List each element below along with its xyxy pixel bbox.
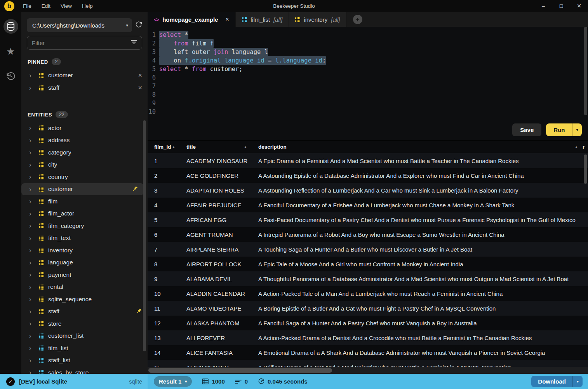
sidebar-item-language[interactable]: ›language (21, 257, 148, 269)
tab-inventory[interactable]: inventory[all] (289, 12, 346, 27)
menu-edit[interactable]: Edit (42, 3, 50, 9)
menu-file[interactable]: File (23, 3, 31, 9)
database-nav-icon[interactable] (3, 19, 18, 34)
expand-chevron-icon[interactable]: › (29, 284, 36, 290)
table-row[interactable]: 4AFFAIR PREJUDICEA Fanciful Documentary … (148, 198, 588, 212)
column-header-film-id[interactable]: film_id ▲ (148, 141, 180, 153)
pin-icon[interactable] (132, 186, 138, 193)
tab-film_list[interactable]: film_list[all] (236, 12, 289, 27)
history-nav-icon[interactable] (3, 69, 18, 83)
column-header-truncated[interactable]: r (583, 141, 588, 153)
table-row[interactable]: 13ALI FOREVERA Action-Packed Drama of a … (148, 330, 588, 345)
expand-chevron-icon[interactable]: › (29, 296, 36, 302)
sidebar-item-film[interactable]: ›film (21, 195, 148, 208)
expand-chevron-icon[interactable]: › (29, 186, 36, 193)
sidebar-item-payment[interactable]: ›payment (21, 269, 148, 281)
expand-chevron-icon[interactable]: › (29, 345, 36, 351)
results-horizontal-scrollbar[interactable] (148, 367, 588, 374)
sidebar-item-actor[interactable]: ›actor (21, 122, 148, 134)
sort-asc-icon: ▲ (575, 145, 579, 149)
run-button[interactable]: Run (546, 123, 572, 136)
expand-chevron-icon[interactable]: › (29, 210, 36, 217)
sql-editor[interactable]: 1select *2 from film f3 left outer join … (148, 27, 588, 140)
results-vertical-scrollbar[interactable] (584, 155, 587, 184)
new-tab-button[interactable]: + (353, 15, 362, 24)
menu-view[interactable]: View (61, 3, 72, 9)
expand-chevron-icon[interactable]: › (29, 149, 36, 156)
menu-help[interactable]: Help (82, 3, 93, 9)
sidebar-item-city[interactable]: ›city (21, 159, 148, 171)
download-options-caret[interactable]: ▾ (573, 376, 583, 387)
expand-chevron-icon[interactable]: › (29, 125, 36, 131)
editor-scrollbar[interactable] (584, 27, 587, 115)
expand-chevron-icon[interactable]: › (29, 235, 36, 241)
pin-icon[interactable] (136, 308, 142, 315)
expand-chevron-icon[interactable]: › (29, 162, 36, 168)
table-row[interactable]: 8AIRPORT POLLOCKA Epic Tale of a Moose A… (148, 257, 588, 271)
filter-input[interactable] (32, 40, 131, 46)
expand-chevron-icon[interactable]: › (29, 174, 36, 180)
result-selector[interactable]: Result 1 ▾ (154, 376, 192, 387)
table-row[interactable]: 6AGENT TRUMANA Intrepid Panorama of a Ro… (148, 227, 588, 242)
expand-chevron-icon[interactable]: › (29, 259, 36, 266)
refresh-button[interactable] (135, 21, 142, 30)
sidebar-item-rental[interactable]: ›rental (21, 281, 148, 293)
sidebar-item-country[interactable]: ›country (21, 171, 148, 183)
sidebar-item-film_category[interactable]: ›film_category (21, 220, 148, 232)
sidebar-item-customer[interactable]: ›customer× (21, 69, 148, 82)
connection-select[interactable]: C:\Users\ghstng\Downloads ▾ (27, 18, 132, 32)
unpin-close-icon[interactable]: × (138, 84, 142, 91)
sidebar-item-customer[interactable]: ›customer (21, 183, 144, 196)
table-row[interactable]: 11ALAMO VIDEOTAPEA Boring Epistle of a B… (148, 301, 588, 316)
maximize-button[interactable]: □ (552, 0, 570, 12)
column-header-title[interactable]: title ▲ (180, 141, 252, 153)
sidebar-item-customer_list[interactable]: ›customer_list (21, 330, 148, 342)
save-button[interactable]: Save (512, 123, 541, 136)
tab-close-icon[interactable]: × (226, 16, 229, 23)
expand-chevron-icon[interactable]: › (29, 137, 36, 144)
expand-chevron-icon[interactable]: › (29, 247, 36, 254)
column-header-description[interactable]: description ▲ (252, 141, 583, 153)
sidebar-item-category[interactable]: ›category (21, 146, 148, 159)
table-row[interactable]: 10ALADDIN CALENDARA Action-Packed Tale o… (148, 286, 588, 301)
table-row[interactable]: 2ACE GOLDFINGERA Astounding Epistle of a… (148, 168, 588, 183)
expand-chevron-icon[interactable]: › (29, 369, 36, 374)
expand-chevron-icon[interactable]: › (29, 308, 36, 315)
expand-chevron-icon[interactable]: › (29, 85, 36, 91)
table-row[interactable]: 7AIRPLANE SIERRAA Touching Saga of a Hun… (148, 242, 588, 257)
tab-suffix: [all] (273, 16, 282, 23)
scrollbar-thumb[interactable] (148, 368, 332, 373)
table-row[interactable]: 14ALICE FANTASIAA Emotional Drama of a A… (148, 345, 588, 360)
expand-chevron-icon[interactable]: › (29, 333, 36, 339)
expand-chevron-icon[interactable]: › (29, 357, 36, 364)
minimize-button[interactable]: – (534, 0, 552, 12)
table-row[interactable]: 3ADAPTATION HOLESA Astounding Reflection… (148, 183, 588, 198)
expand-chevron-icon[interactable]: › (29, 72, 36, 79)
sidebar-item-address[interactable]: ›address (21, 134, 148, 147)
sidebar-item-inventory[interactable]: ›inventory (21, 244, 148, 257)
sidebar-item-store[interactable]: ›store (21, 318, 148, 330)
expand-chevron-icon[interactable]: › (29, 320, 36, 327)
sidebar-item-sales_by_store[interactable]: ›sales_by_store (21, 366, 148, 374)
sidebar-item-staff[interactable]: ›staff (21, 306, 148, 318)
sidebar-item-staff_list[interactable]: ›staff_list (21, 354, 148, 367)
table-row[interactable]: 9ALABAMA DEVILA Thoughtful Panorama of a… (148, 271, 588, 286)
expand-chevron-icon[interactable]: › (29, 222, 36, 229)
unpin-close-icon[interactable]: × (138, 72, 142, 79)
table-row[interactable]: 5AFRICAN EGGA Fast-Paced Documentary of … (148, 212, 588, 227)
sidebar-item-film_actor[interactable]: ›film_actor (21, 208, 148, 220)
sidebar-item-film_text[interactable]: ›film_text (21, 232, 148, 245)
run-options-caret[interactable]: ▾ (572, 123, 582, 136)
sidebar-item-staff[interactable]: ›staff× (21, 82, 148, 94)
sidebar-scrollbar[interactable] (143, 120, 146, 351)
favorites-nav-icon[interactable]: ★ (3, 44, 18, 59)
download-button[interactable]: Download (531, 376, 573, 387)
tab-homepage_example[interactable]: <>homepage_example× (148, 12, 236, 27)
sidebar-item-sqlite_sequence[interactable]: ›sqlite_sequence (21, 293, 148, 306)
table-row[interactable]: 1ACADEMY DINOSAURA Epic Drama of a Femin… (148, 153, 588, 168)
table-row[interactable]: 12ALASKA PHANTOMA Fanciful Saga of a Hun… (148, 316, 588, 330)
sidebar-item-film_list[interactable]: ›film_list (21, 342, 148, 354)
close-button[interactable]: ✕ (570, 0, 588, 12)
expand-chevron-icon[interactable]: › (29, 198, 36, 205)
expand-chevron-icon[interactable]: › (29, 271, 36, 278)
